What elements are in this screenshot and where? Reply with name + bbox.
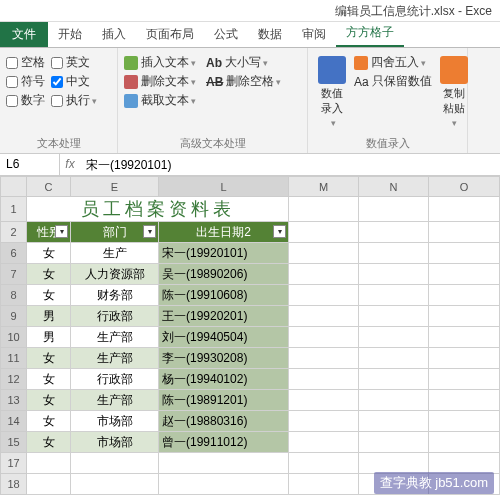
chk-symbol[interactable]: 符号 xyxy=(6,73,45,90)
cell-birth[interactable]: 刘一(19940504) xyxy=(159,327,289,348)
tab-data[interactable]: 数据 xyxy=(248,22,292,47)
cell-dept[interactable]: 人力资源部 xyxy=(71,264,159,285)
name-box[interactable]: L6 xyxy=(0,154,60,175)
table-row[interactable]: 14 女 市场部 赵一(19880316) xyxy=(1,411,500,432)
cell-birth[interactable]: 宋一(19920101) xyxy=(159,243,289,264)
btn-copy-paste[interactable]: 复制粘贴▾ xyxy=(436,52,472,130)
cell-birth[interactable]: 赵一(19880316) xyxy=(159,411,289,432)
cell-dept[interactable]: 生产部 xyxy=(71,348,159,369)
num-input-icon xyxy=(318,56,346,84)
row-2[interactable]: 2 性别▾ 部门▾ 出生日期2▾ xyxy=(1,222,500,243)
chevron-down-icon: ▾ xyxy=(92,96,97,106)
cell-gender[interactable]: 男 xyxy=(27,327,71,348)
tab-layout[interactable]: 页面布局 xyxy=(136,22,204,47)
chk-english[interactable]: 英文 xyxy=(51,54,97,71)
cell-birth[interactable]: 李一(19930208) xyxy=(159,348,289,369)
cell-dept[interactable]: 生产部 xyxy=(71,327,159,348)
cell-birth[interactable]: 曾一(19911012) xyxy=(159,432,289,453)
cell-birth[interactable]: 陈一(19910608) xyxy=(159,285,289,306)
cell-dept[interactable]: 财务部 xyxy=(71,285,159,306)
tab-review[interactable]: 审阅 xyxy=(292,22,336,47)
cell-dept[interactable]: 行政部 xyxy=(71,369,159,390)
chk-execute[interactable]: 执行▾ xyxy=(51,92,97,109)
cell-birth[interactable]: 陈一(19891201) xyxy=(159,390,289,411)
btn-delete-text[interactable]: 删除文本▾ xyxy=(124,73,196,90)
tab-insert[interactable]: 插入 xyxy=(92,22,136,47)
ribbon-tabs: 文件 开始 插入 页面布局 公式 数据 审阅 方方格子 xyxy=(0,22,500,48)
cell-birth[interactable]: 吴一(19890206) xyxy=(159,264,289,285)
cell-gender[interactable]: 女 xyxy=(27,390,71,411)
btn-crop-text[interactable]: 截取文本▾ xyxy=(124,92,196,109)
cell-gender[interactable]: 女 xyxy=(27,411,71,432)
cell-gender[interactable]: 女 xyxy=(27,348,71,369)
sheet-title: 员工档案资料表 xyxy=(27,197,289,222)
hdr-gender[interactable]: 性别▾ xyxy=(27,222,71,243)
formula-input[interactable]: 宋一(19920101) xyxy=(80,154,500,175)
cell-gender[interactable]: 女 xyxy=(27,243,71,264)
select-all[interactable] xyxy=(1,177,27,197)
watermark: 查字典教 jb51.com xyxy=(374,472,494,494)
cell-birth[interactable]: 王一(19920201) xyxy=(159,306,289,327)
cell-gender[interactable]: 女 xyxy=(27,264,71,285)
crop-text-icon xyxy=(124,94,138,108)
filter-icon[interactable]: ▾ xyxy=(55,225,68,238)
table-row[interactable]: 17 xyxy=(1,453,500,474)
chk-space[interactable]: 空格 xyxy=(6,54,45,71)
cell-dept[interactable]: 生产 xyxy=(71,243,159,264)
delete-text-icon xyxy=(124,75,138,89)
btn-delete-space[interactable]: AB删除空格▾ xyxy=(206,73,281,90)
btn-num-input[interactable]: 数值录入▾ xyxy=(314,52,350,130)
tab-formula[interactable]: 公式 xyxy=(204,22,248,47)
fx-icon[interactable]: fx xyxy=(60,154,80,175)
row-1[interactable]: 1 员工档案资料表 xyxy=(1,197,500,222)
tab-ffgz[interactable]: 方方格子 xyxy=(336,20,404,47)
table-row[interactable]: 8 女 财务部 陈一(19910608) xyxy=(1,285,500,306)
chk-number[interactable]: 数字 xyxy=(6,92,45,109)
table-row[interactable]: 6 女 生产 宋一(19920101) xyxy=(1,243,500,264)
cell-gender[interactable]: 男 xyxy=(27,306,71,327)
tab-home[interactable]: 开始 xyxy=(48,22,92,47)
table-row[interactable]: 7 女 人力资源部 吴一(19890206) xyxy=(1,264,500,285)
tab-file[interactable]: 文件 xyxy=(0,22,48,47)
table-row[interactable]: 13 女 生产部 陈一(19891201) xyxy=(1,390,500,411)
cell-dept[interactable]: 市场部 xyxy=(71,432,159,453)
hdr-birth[interactable]: 出生日期2▾ xyxy=(159,222,289,243)
paste-icon xyxy=(440,56,468,84)
table-row[interactable]: 11 女 生产部 李一(19930208) xyxy=(1,348,500,369)
cell-dept[interactable]: 生产部 xyxy=(71,390,159,411)
cell-dept[interactable]: 行政部 xyxy=(71,306,159,327)
column-headers[interactable]: C E L M N O xyxy=(1,177,500,197)
cell-gender[interactable]: 女 xyxy=(27,369,71,390)
filter-icon[interactable]: ▾ xyxy=(143,225,156,238)
cell-birth[interactable]: 杨一(19940102) xyxy=(159,369,289,390)
chk-chinese[interactable]: 中文 xyxy=(51,73,97,90)
hdr-dept[interactable]: 部门▾ xyxy=(71,222,159,243)
spreadsheet-grid[interactable]: C E L M N O 1 员工档案资料表 2 性别▾ 部门▾ 出生日期2▾ 6… xyxy=(0,176,500,495)
btn-case[interactable]: Ab大小写▾ xyxy=(206,54,281,71)
filter-icon[interactable]: ▾ xyxy=(273,225,286,238)
cell-gender[interactable]: 女 xyxy=(27,285,71,306)
insert-text-icon xyxy=(124,56,138,70)
formula-bar: L6 fx 宋一(19920101) xyxy=(0,154,500,176)
table-row[interactable]: 10 男 生产部 刘一(19940504) xyxy=(1,327,500,348)
group-num-input: 数值录入 xyxy=(314,134,461,151)
group-text-processing: 文本处理 xyxy=(6,134,111,151)
table-row[interactable]: 9 男 行政部 王一(19920201) xyxy=(1,306,500,327)
round-icon xyxy=(354,56,368,70)
btn-insert-text[interactable]: 插入文本▾ xyxy=(124,54,196,71)
btn-round[interactable]: 四舍五入▾ xyxy=(354,54,432,71)
ribbon: 空格 符号 数字 英文 中文 执行▾ 文本处理 插入文本▾ 删除文本▾ 截取文本… xyxy=(0,48,500,154)
btn-keep-num[interactable]: Aa只保留数值 xyxy=(354,73,432,90)
table-row[interactable]: 15 女 市场部 曾一(19911012) xyxy=(1,432,500,453)
group-adv-text: 高级文本处理 xyxy=(124,134,301,151)
cell-dept[interactable]: 市场部 xyxy=(71,411,159,432)
window-title: 编辑员工信息统计.xlsx - Exce xyxy=(0,0,500,22)
table-row[interactable]: 12 女 行政部 杨一(19940102) xyxy=(1,369,500,390)
cell-gender[interactable]: 女 xyxy=(27,432,71,453)
